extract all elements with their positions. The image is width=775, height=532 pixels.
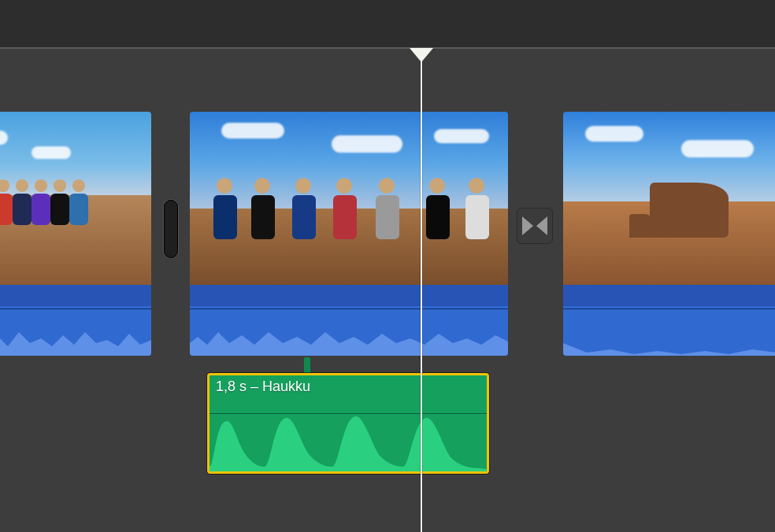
video-clip[interactable] <box>563 112 775 356</box>
clip-audio-lane[interactable] <box>190 285 508 356</box>
transition-crossfade[interactable] <box>517 208 553 244</box>
audio-waveform <box>190 308 508 356</box>
svg-marker-0 <box>0 329 151 356</box>
timeline[interactable]: 1,8 s – Haukku <box>0 49 775 532</box>
clip-audio-lane[interactable] <box>563 285 775 356</box>
clip-trim-handle[interactable] <box>164 200 178 258</box>
attached-audio-connector[interactable] <box>304 357 310 375</box>
clip-thumbnail <box>563 112 775 285</box>
playhead-handle[interactable] <box>410 48 433 62</box>
video-clip[interactable] <box>190 112 508 356</box>
sfx-waveform <box>210 412 489 471</box>
audio-waveform <box>0 308 151 356</box>
clip-thumbnail <box>0 112 151 285</box>
svg-marker-1 <box>190 332 508 356</box>
svg-marker-5 <box>410 48 433 62</box>
playhead-line[interactable] <box>421 49 422 532</box>
clip-thumbnail <box>190 112 508 285</box>
svg-marker-2 <box>563 343 775 356</box>
svg-marker-4 <box>536 216 547 235</box>
video-clip[interactable] <box>0 112 151 356</box>
sound-effect-label: 1,8 s – Haukku <box>216 379 310 395</box>
svg-marker-3 <box>522 216 533 235</box>
clip-audio-lane[interactable] <box>0 285 151 356</box>
crossfade-icon <box>521 214 548 238</box>
sound-effect-clip[interactable]: 1,8 s – Haukku <box>207 373 489 474</box>
audio-waveform <box>563 308 775 356</box>
toolbar-area <box>0 0 775 47</box>
